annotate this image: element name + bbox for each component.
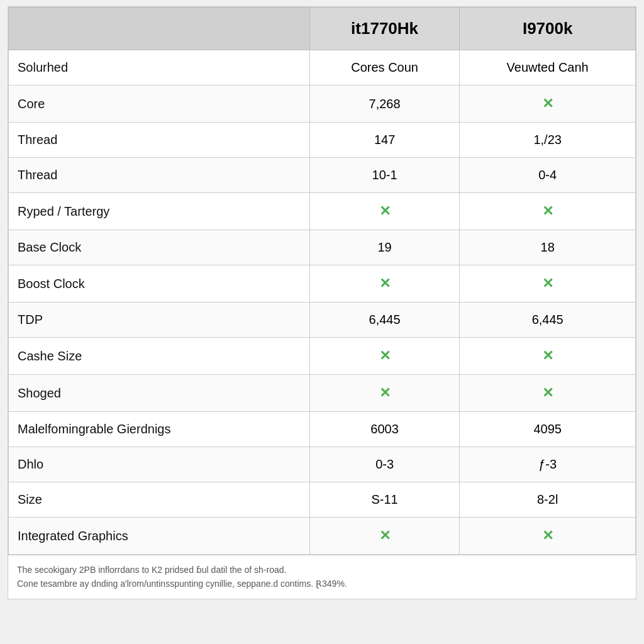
table-row: Base Clock1918: [9, 230, 636, 265]
table-row: Shoged✕✕: [9, 375, 636, 412]
table-row: Dhlo0-3ƒ-3: [9, 447, 636, 482]
row-label: Thread: [9, 123, 310, 158]
row-col1-value: 7,268: [309, 86, 460, 123]
row-col2-value: ✕: [460, 265, 636, 303]
row-col1-value: ✕: [309, 338, 460, 375]
check-icon: ✕: [542, 348, 553, 364]
row-col2-value: 4095: [460, 412, 636, 447]
row-col2-value: ƒ-3: [460, 447, 636, 482]
subheader-row: Solurhed Cores Coun Veuwted Canh: [9, 50, 636, 86]
table-row: Cashe Size✕✕: [9, 338, 636, 375]
row-label: Thread: [9, 158, 310, 193]
header-col1: it1770Hk: [309, 8, 460, 50]
comparison-table: it1770Hk I9700k Solurhed Cores Coun Veuw…: [8, 6, 636, 599]
table-row: TDP6,4456,445: [9, 303, 636, 338]
row-label: Integrated Graphics: [9, 518, 310, 555]
table-row: Malelfomingrable Gierdnigs60034095: [9, 412, 636, 447]
row-label: TDP: [9, 303, 310, 338]
row-label: Shoged: [9, 375, 310, 412]
row-label: Ryped / Tartergy: [9, 193, 310, 230]
row-col1-value: S-11: [309, 482, 460, 518]
row-col1-value: ✕: [309, 193, 460, 230]
row-col1-value: ✕: [309, 518, 460, 555]
header-col2: I9700k: [460, 8, 636, 50]
row-col1-value: 6,445: [309, 303, 460, 338]
row-col2-value: 6,445: [460, 303, 636, 338]
row-label: Core: [9, 86, 310, 123]
check-icon: ✕: [379, 348, 391, 364]
table-row: Ryped / Tartergy✕✕: [9, 193, 636, 230]
row-label: Boost Clock: [9, 265, 310, 303]
row-label: Base Clock: [9, 230, 310, 265]
check-icon: ✕: [379, 385, 391, 401]
check-icon: ✕: [542, 528, 553, 543]
subheader-col2: Veuwted Canh: [460, 50, 636, 86]
row-col1-value: 10-1: [309, 158, 460, 193]
row-col1-value: ✕: [309, 265, 460, 303]
check-icon: ✕: [542, 385, 553, 401]
check-icon: ✕: [542, 275, 553, 291]
row-col2-value: ✕: [460, 338, 636, 375]
row-col1-value: 19: [309, 230, 460, 265]
row-col2-value: ✕: [460, 375, 636, 412]
header-row-label: [9, 8, 310, 50]
row-col2-value: ✕: [460, 518, 636, 555]
row-col2-value: 1,/23: [460, 123, 636, 158]
subheader-col1: Cores Coun: [309, 50, 460, 86]
footer-line1: The secokigary 2PB inflorrdans to K2 pri…: [17, 563, 627, 577]
table-row: Core7,268✕: [9, 86, 636, 123]
row-col2-value: 18: [460, 230, 636, 265]
row-col2-value: 8-2l: [460, 482, 636, 518]
row-col1-value: 147: [309, 123, 460, 158]
footer-line2: Cone tesambre ay dnding a'lrom/untinsspu…: [17, 577, 627, 591]
footer-note: The secokigary 2PB inflorrdans to K2 pri…: [8, 555, 636, 599]
check-icon: ✕: [379, 275, 391, 291]
row-col2-value: 0-4: [460, 158, 636, 193]
check-icon: ✕: [379, 528, 391, 543]
table-row: Thread10-10-4: [9, 158, 636, 193]
check-icon: ✕: [542, 96, 553, 111]
table-row: Thread1471,/23: [9, 123, 636, 158]
row-label: Cashe Size: [9, 338, 310, 375]
row-label: Dhlo: [9, 447, 310, 482]
table-row: Boost Clock✕✕: [9, 265, 636, 303]
table-row: Integrated Graphics✕✕: [9, 518, 636, 555]
table-row: SizeS-118-2l: [9, 482, 636, 518]
row-col1-value: ✕: [309, 375, 460, 412]
row-col2-value: ✕: [460, 193, 636, 230]
row-label: Size: [9, 482, 310, 518]
row-label: Malelfomingrable Gierdnigs: [9, 412, 310, 447]
check-icon: ✕: [379, 203, 391, 219]
row-col2-value: ✕: [460, 86, 636, 123]
subheader-label: Solurhed: [9, 50, 310, 86]
row-col1-value: 0-3: [309, 447, 460, 482]
row-col1-value: 6003: [309, 412, 460, 447]
check-icon: ✕: [542, 203, 553, 219]
